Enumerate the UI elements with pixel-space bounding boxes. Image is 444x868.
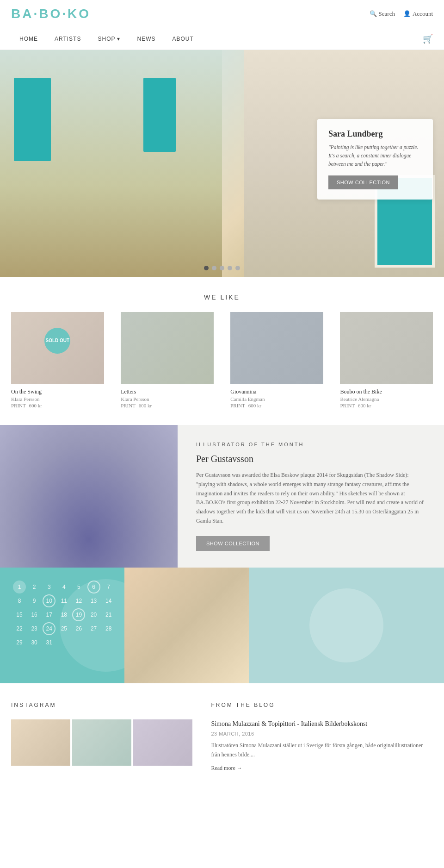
read-more-link-1[interactable]: Read more → bbox=[211, 765, 433, 772]
calendar-artwork bbox=[124, 568, 249, 683]
product-name-3: Giovannina bbox=[230, 388, 323, 395]
product-name-4: Boubo on the Bike bbox=[340, 388, 433, 395]
calendar-right-bg bbox=[249, 568, 444, 683]
instagram-image-2[interactable] bbox=[72, 719, 131, 766]
hero-section: Sara Lundberg "Painting is like putting … bbox=[0, 50, 444, 277]
product-price-1: PRINT 600 kr bbox=[11, 403, 104, 408]
main-nav: HOME ARTISTS SHOP ▾ NEWS ABOUT 🛒 bbox=[0, 28, 444, 50]
blog-title: FROM THE BLOG bbox=[211, 702, 433, 708]
calendar-left: 1234567891011121314151617181920212223242… bbox=[0, 568, 124, 683]
search-icon: 🔍 bbox=[370, 10, 377, 18]
product-price-3: PRINT 600 kr bbox=[230, 403, 323, 408]
hero-door-small bbox=[143, 78, 176, 152]
product-image-4 bbox=[340, 312, 433, 384]
product-card-2[interactable]: Letters Klara Persson PRINT 600 kr bbox=[121, 312, 214, 408]
instagram-image-3[interactable] bbox=[133, 719, 192, 766]
illustrator-show-collection-button[interactable]: Show Collection bbox=[196, 536, 270, 551]
we-like-section: WE LIKE SOLD OUT On the Swing Klara Pers… bbox=[0, 277, 444, 425]
hero-artist-name: Sara Lundberg bbox=[328, 129, 422, 139]
calendar-day-31[interactable]: 31 bbox=[43, 636, 56, 649]
calendar-right-circle bbox=[309, 588, 383, 662]
account-icon: 👤 bbox=[403, 10, 411, 18]
hero-artist-card: Sara Lundberg "Painting is like putting … bbox=[317, 119, 433, 200]
hero-scene-left bbox=[0, 50, 222, 277]
calendar-day-22[interactable]: 22 bbox=[13, 622, 26, 635]
product-artist-1: Klara Persson bbox=[11, 396, 104, 402]
product-artist-2: Klara Persson bbox=[121, 396, 214, 402]
nav-item-news[interactable]: NEWS bbox=[129, 28, 164, 50]
account-link[interactable]: 👤 Account bbox=[403, 10, 433, 18]
instagram-title: INSTAGRAM bbox=[11, 702, 192, 708]
hero-dot-5[interactable] bbox=[235, 266, 240, 270]
we-like-title: WE LIKE bbox=[0, 277, 444, 312]
hero-show-collection-button[interactable]: Show Collection bbox=[328, 175, 398, 189]
instagram-grid bbox=[11, 719, 192, 766]
hero-dot-1[interactable] bbox=[204, 266, 209, 270]
nav-item-shop[interactable]: SHOP ▾ bbox=[89, 28, 129, 50]
calendar-day-3[interactable]: 3 bbox=[43, 581, 56, 593]
calendar-day-30[interactable]: 30 bbox=[28, 636, 41, 649]
blog-post-1: Simona Mulazzani & Topipittori - Italien… bbox=[211, 719, 433, 772]
product-name-1: On the Swing bbox=[11, 388, 104, 395]
bottom-section: INSTAGRAM FROM THE BLOG Simona Mulazzani… bbox=[0, 683, 444, 772]
product-card-4[interactable]: Boubo on the Bike Beatrice Alemagna PRIN… bbox=[340, 312, 433, 408]
illustrator-description: Per Gustavsson was awarded the Elsa Besk… bbox=[196, 471, 427, 526]
blog-column: FROM THE BLOG Simona Mulazzani & Topipit… bbox=[211, 702, 433, 772]
product-artist-4: Beatrice Alemagna bbox=[340, 396, 433, 402]
calendar-day-10[interactable]: 10 bbox=[43, 594, 56, 607]
product-price-4: PRINT 600 kr bbox=[340, 403, 433, 408]
nav-item-about[interactable]: ABOUT bbox=[164, 28, 202, 50]
hero-dot-4[interactable] bbox=[228, 266, 232, 270]
search-link[interactable]: 🔍 Search bbox=[370, 10, 395, 18]
illustrator-section: ILLUSTRATOR OF THE MONTH Per Gustavsson … bbox=[0, 425, 444, 568]
calendar-right bbox=[249, 568, 444, 683]
illustrator-image bbox=[0, 425, 178, 568]
hero-quote: "Painting is like putting together a puz… bbox=[328, 144, 422, 168]
site-header: BA·BO·KO 🔍 Search 👤 Account bbox=[0, 0, 444, 28]
calendar-day-1[interactable]: 1 bbox=[13, 581, 26, 593]
nav-items: HOME ARTISTS SHOP ▾ NEWS ABOUT bbox=[11, 28, 202, 50]
product-artist-3: Camilla Engman bbox=[230, 396, 323, 402]
site-logo[interactable]: BA·BO·KO bbox=[11, 6, 91, 21]
calendar-day-16[interactable]: 16 bbox=[28, 608, 41, 621]
account-label: Account bbox=[413, 10, 433, 18]
hero-door-left bbox=[14, 78, 51, 161]
search-label: Search bbox=[379, 10, 395, 18]
calendar-day-17[interactable]: 17 bbox=[43, 608, 56, 621]
product-name-2: Letters bbox=[121, 388, 214, 395]
product-card-1[interactable]: SOLD OUT On the Swing Klara Persson PRIN… bbox=[11, 312, 104, 408]
calendar-day-29[interactable]: 29 bbox=[13, 636, 26, 649]
product-image-3 bbox=[230, 312, 323, 384]
hero-dots bbox=[204, 266, 240, 270]
calendar-day-4[interactable]: 4 bbox=[57, 581, 70, 593]
nav-item-artists[interactable]: ARTISTS bbox=[46, 28, 89, 50]
illustrator-name: Per Gustavsson bbox=[196, 454, 427, 464]
chevron-down-icon: ▾ bbox=[117, 36, 120, 42]
product-price-2: PRINT 600 kr bbox=[121, 403, 214, 408]
illustrator-content: ILLUSTRATOR OF THE MONTH Per Gustavsson … bbox=[178, 425, 444, 568]
sold-out-badge: SOLD OUT bbox=[44, 328, 70, 354]
calendar-day-9[interactable]: 9 bbox=[28, 594, 41, 607]
product-image-1: SOLD OUT bbox=[11, 312, 104, 384]
blog-post-title-1: Simona Mulazzani & Topipittori - Italien… bbox=[211, 719, 433, 729]
calendar-day-15[interactable]: 15 bbox=[13, 608, 26, 621]
illustrator-section-label: ILLUSTRATOR OF THE MONTH bbox=[196, 442, 427, 447]
blog-post-date-1: 23 MARCH, 2016 bbox=[211, 731, 433, 737]
calendar-day-24[interactable]: 24 bbox=[43, 622, 56, 635]
header-actions: 🔍 Search 👤 Account bbox=[370, 10, 433, 18]
blog-post-excerpt-1: Illustratören Simona Mulazzani ställer u… bbox=[211, 741, 433, 759]
instagram-image-1[interactable] bbox=[11, 719, 70, 766]
illustrator-artwork bbox=[0, 425, 178, 568]
product-image-2 bbox=[121, 312, 214, 384]
calendar-section: 1234567891011121314151617181920212223242… bbox=[0, 568, 444, 683]
nav-item-home[interactable]: HOME bbox=[11, 28, 46, 50]
calendar-day-8[interactable]: 8 bbox=[13, 594, 26, 607]
hero-dot-2[interactable] bbox=[212, 266, 216, 270]
calendar-day-23[interactable]: 23 bbox=[28, 622, 41, 635]
cart-icon[interactable]: 🛒 bbox=[423, 34, 433, 44]
products-grid: SOLD OUT On the Swing Klara Persson PRIN… bbox=[0, 312, 444, 425]
product-card-3[interactable]: Giovannina Camilla Engman PRINT 600 kr bbox=[230, 312, 323, 408]
calendar-middle-image bbox=[124, 568, 249, 683]
hero-dot-3[interactable] bbox=[220, 266, 224, 270]
calendar-day-2[interactable]: 2 bbox=[28, 581, 41, 593]
